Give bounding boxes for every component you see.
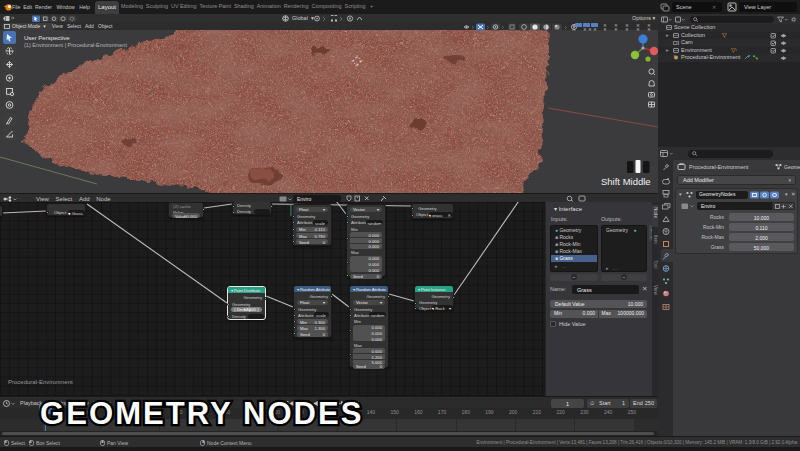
svg-text:✕: ✕ bbox=[625, 27, 629, 31]
svg-text:✕: ✕ bbox=[572, 27, 576, 31]
svg-text:✕: ✕ bbox=[588, 27, 592, 31]
svg-text:✕: ✕ bbox=[583, 27, 587, 31]
svg-text:✕: ✕ bbox=[647, 27, 651, 31]
svg-text:GEOMETRY NODES: GEOMETRY NODES bbox=[40, 396, 362, 431]
svg-text:✕: ✕ bbox=[636, 27, 640, 31]
svg-text:✕: ✕ bbox=[614, 27, 618, 31]
svg-text:✕: ✕ bbox=[593, 27, 597, 31]
svg-text:✕: ✕ bbox=[603, 27, 607, 31]
